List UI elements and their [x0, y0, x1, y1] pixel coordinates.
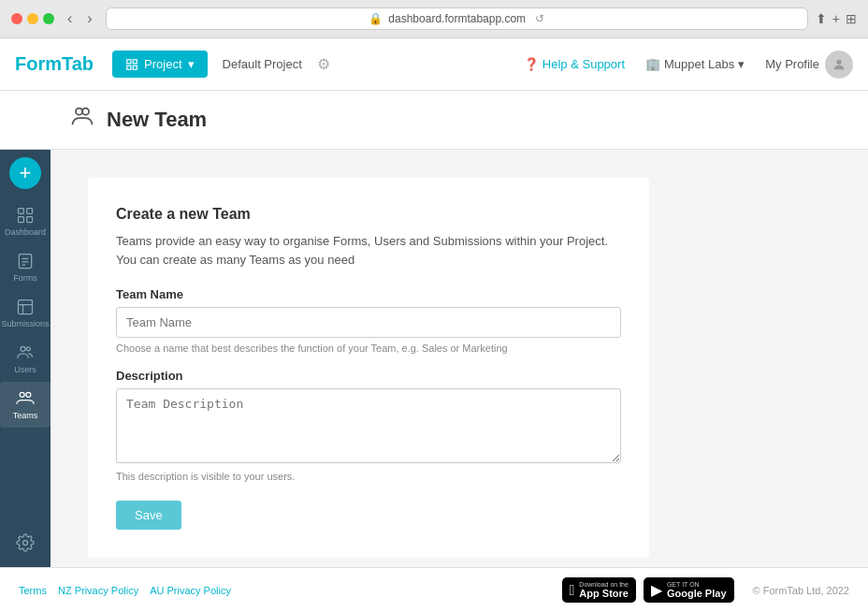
top-nav: FormTab Project ▾ Default Project ⚙ ❓ He… — [0, 38, 868, 91]
project-icon — [125, 58, 138, 71]
fullscreen-dot[interactable] — [43, 13, 54, 24]
url-text: dashboard.formtabapp.com — [388, 12, 526, 25]
footer-links: Terms NZ Privacy Policy AU Privacy Polic… — [19, 585, 231, 596]
svg-point-19 — [26, 392, 31, 397]
project-label: Project — [144, 57, 181, 71]
svg-rect-1 — [133, 59, 137, 63]
svg-rect-7 — [19, 209, 24, 214]
description-hint: This description is visible to your user… — [116, 471, 621, 482]
muppet-label: Muppet Labs — [664, 57, 734, 71]
close-dot[interactable] — [11, 13, 22, 24]
svg-rect-2 — [133, 66, 137, 69]
app-store-label: App Store — [579, 588, 629, 599]
app-store-badge[interactable]:  Download on the App Store — [562, 577, 636, 603]
sidebar-users-label: Users — [14, 365, 36, 374]
svg-rect-3 — [127, 66, 131, 69]
minimize-dot[interactable] — [27, 13, 38, 24]
svg-point-6 — [82, 109, 89, 115]
svg-rect-8 — [27, 209, 33, 214]
help-label: Help & Support — [542, 57, 625, 71]
save-button[interactable]: Save — [116, 501, 181, 530]
team-header-icon — [69, 104, 95, 136]
refresh-icon: ↺ — [535, 12, 544, 25]
lock-icon: 🔒 — [369, 12, 383, 25]
svg-point-20 — [23, 541, 28, 546]
app-store-pre: Download on the — [579, 581, 629, 588]
au-privacy-link[interactable]: AU Privacy Policy — [150, 585, 231, 596]
sidebar: + Dashboard Forms Submissions — [0, 150, 51, 567]
nz-privacy-link[interactable]: NZ Privacy Policy — [58, 585, 138, 596]
terms-link[interactable]: Terms — [19, 585, 47, 596]
user-avatar-icon — [832, 57, 846, 72]
sidebar-submissions-label: Submissions — [1, 319, 49, 328]
team-name-input[interactable] — [116, 307, 621, 338]
help-icon: ❓ — [524, 57, 539, 71]
main-layout: + Dashboard Forms Submissions — [0, 150, 868, 567]
teams-icon — [69, 104, 95, 130]
teams-sidebar-icon — [16, 389, 35, 408]
footer-stores:  Download on the App Store ▶ GET IT ON … — [562, 577, 734, 603]
sidebar-item-settings[interactable] — [0, 526, 51, 560]
svg-rect-15 — [19, 300, 33, 314]
my-profile-label: My Profile — [765, 57, 819, 71]
svg-point-16 — [21, 346, 25, 351]
address-bar[interactable]: 🔒 dashboard.formtabapp.com ↺ — [106, 7, 808, 30]
svg-rect-10 — [27, 217, 33, 223]
google-play-label: Google Play — [667, 588, 727, 599]
new-tab-button[interactable]: + — [832, 11, 840, 26]
help-link[interactable]: ❓ Help & Support — [524, 57, 625, 71]
share-button[interactable]: ⬆ — [816, 11, 827, 26]
form-title: Create a new Team — [116, 206, 621, 223]
gear-icon — [16, 533, 35, 552]
sidebar-item-dashboard[interactable]: Dashboard — [0, 198, 51, 244]
page-title: New Team — [107, 108, 207, 132]
app: FormTab Project ▾ Default Project ⚙ ❓ He… — [0, 38, 868, 612]
submissions-icon — [16, 298, 35, 316]
svg-point-17 — [26, 347, 30, 351]
svg-point-4 — [836, 59, 841, 64]
sidebar-item-forms[interactable]: Forms — [0, 244, 51, 290]
team-name-hint: Choose a name that best describes the fu… — [116, 342, 621, 354]
apple-icon:  — [570, 582, 575, 599]
dashboard-icon — [16, 206, 35, 225]
grid-button[interactable]: ⊞ — [846, 11, 857, 26]
default-project-label: Default Project — [223, 57, 302, 71]
building-icon: 🏢 — [645, 57, 660, 71]
browser-nav: ‹ › — [62, 8, 98, 29]
sidebar-forms-label: Forms — [13, 273, 37, 283]
svg-point-18 — [20, 392, 24, 397]
sidebar-add-button[interactable]: + — [9, 157, 41, 189]
brand-logo: FormTab — [15, 53, 94, 75]
svg-rect-9 — [19, 217, 24, 223]
description-field: Description This description is visible … — [116, 369, 621, 482]
google-play-badge[interactable]: ▶ GET IT ON Google Play — [644, 577, 734, 603]
form-description: Teams provide an easy way to organise Fo… — [116, 232, 621, 269]
project-button[interactable]: Project ▾ — [112, 51, 207, 78]
browser-chrome: ‹ › 🔒 dashboard.formtabapp.com ↺ ⬆ + ⊞ — [0, 0, 868, 38]
svg-point-5 — [76, 109, 82, 115]
browser-actions: ⬆ + ⊞ — [816, 11, 857, 26]
footer-copyright: © FormTab Ltd, 2022 — [753, 585, 850, 596]
svg-rect-0 — [127, 59, 131, 63]
sidebar-item-submissions[interactable]: Submissions — [0, 290, 51, 336]
my-profile[interactable]: My Profile — [765, 51, 853, 79]
sidebar-dashboard-label: Dashboard — [5, 227, 46, 237]
settings-icon[interactable]: ⚙ — [317, 55, 330, 73]
chevron-down-icon-muppet: ▾ — [738, 57, 745, 71]
sidebar-teams-label: Teams — [13, 411, 38, 420]
content-area: Create a new Team Teams provide an easy … — [51, 150, 868, 567]
team-name-label: Team Name — [116, 287, 621, 301]
description-input[interactable] — [116, 388, 621, 463]
google-play-icon: ▶ — [651, 581, 662, 599]
footer: Terms NZ Privacy Policy AU Privacy Polic… — [0, 567, 868, 612]
sidebar-item-teams[interactable]: Teams — [0, 382, 51, 428]
browser-traffic-lights — [11, 13, 54, 24]
svg-rect-11 — [19, 255, 31, 269]
avatar — [825, 51, 853, 79]
forward-button[interactable]: › — [81, 8, 97, 29]
sidebar-item-users[interactable]: Users — [0, 336, 51, 382]
muppet-labs-button[interactable]: 🏢 Muppet Labs ▾ — [636, 51, 754, 77]
back-button[interactable]: ‹ — [62, 8, 78, 29]
google-play-pre: GET IT ON — [667, 581, 727, 588]
forms-icon — [16, 252, 35, 270]
